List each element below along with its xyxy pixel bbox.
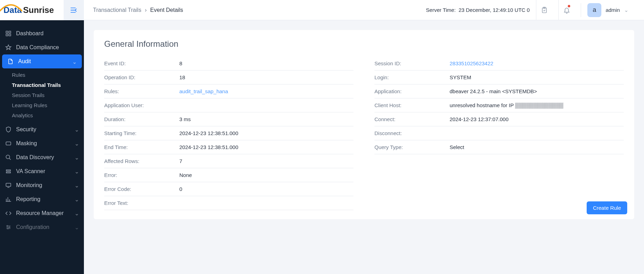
nav-label: Data Discovery (16, 154, 54, 161)
audit-submenu: Rules Transactional Trails Session Trail… (0, 68, 84, 123)
sidebar-item-configuration[interactable]: Configuration ⌄ (0, 220, 84, 234)
server-time: Server Time: 23 December, 12:49:10 UTC 0 (426, 7, 530, 13)
info-link[interactable]: 283351025623422 (450, 60, 493, 66)
info-row: Session ID:283351025623422 (374, 57, 624, 71)
nav-label: Audit (18, 58, 31, 65)
sidebar-item-masking[interactable]: Masking ⌄ (0, 136, 84, 150)
sidebar-item-monitoring[interactable]: Monitoring ⌄ (0, 178, 84, 192)
nav-label: Monitoring (16, 182, 42, 188)
svg-rect-7 (6, 172, 10, 173)
bell-icon (563, 7, 570, 14)
info-row: Affected Rows:7 (104, 154, 353, 168)
svg-rect-1 (9, 31, 11, 33)
notifications-button[interactable] (558, 0, 574, 20)
collapse-icon (70, 6, 78, 14)
server-time-label: Server Time: (426, 7, 456, 13)
nav: Dashboard Data Compliance Audit ⌃ Rules … (0, 20, 84, 234)
info-key: Application User: (104, 102, 179, 108)
info-key: Client Host: (374, 102, 450, 108)
chevron-down-icon: ⌄ (74, 210, 79, 217)
svg-rect-3 (9, 34, 11, 36)
sidebar-item-va-scanner[interactable]: VA Scanner ⌄ (0, 164, 84, 178)
document-icon (7, 58, 14, 65)
info-key: Login: (374, 74, 450, 80)
sidebar-item-audit[interactable]: Audit ⌃ (2, 54, 82, 68)
nav-label: Security (16, 126, 36, 133)
info-row: Error Text: (104, 196, 353, 210)
monitor-icon (5, 182, 12, 189)
subitem-rules[interactable]: Rules (12, 70, 84, 80)
breadcrumb-sep: › (145, 7, 146, 13)
breadcrumb-root[interactable]: Transactional Trails (93, 7, 141, 13)
info-row: Application User: (104, 98, 353, 112)
nav-label: Dashboard (16, 30, 43, 37)
subitem-learning-rules[interactable]: Learning Rules (12, 100, 84, 110)
info-key: Error: (104, 172, 179, 178)
info-key: Operation ID: (104, 74, 179, 80)
sidebar-item-security[interactable]: Security ⌄ (0, 123, 84, 136)
info-key: Starting Time: (104, 130, 179, 136)
sidebar-collapse-button[interactable] (64, 0, 84, 20)
chevron-down-icon: ⌄ (74, 154, 79, 161)
info-row: Application:dbeaver 24.2.5 - main <SYSTE… (374, 84, 624, 98)
info-key: Query Type: (374, 144, 450, 150)
info-value: SYSTEM (450, 74, 624, 80)
svg-rect-4 (6, 142, 11, 145)
info-key: Rules: (104, 88, 179, 94)
shield-icon (5, 126, 12, 133)
sunrise-arc-icon (0, 2, 23, 12)
info-row: Query Type:Select (374, 140, 624, 154)
masking-icon (5, 140, 12, 147)
logo-row: Data Sunrise (0, 0, 84, 20)
info-value: unresolved hostname for IP ▒▒▒▒▒▒▒▒▒▒▒▒▒ (450, 102, 624, 108)
info-row: Operation ID:18 (104, 71, 353, 84)
notification-dot (568, 5, 570, 7)
info-value: 18 (179, 74, 353, 80)
chevron-down-icon: ⌄ (74, 140, 79, 147)
info-key: End Time: (104, 144, 179, 150)
info-col-left: Event ID:8Operation ID:18Rules:audit_tra… (104, 57, 353, 210)
subitem-analytics[interactable]: Analytics (12, 110, 84, 120)
chevron-down-icon: ⌄ (74, 182, 79, 189)
subitem-transactional-trails[interactable]: Transactional Trails (12, 80, 84, 90)
info-key: Connect: (374, 116, 450, 122)
user-menu[interactable]: a admin ⌄ (581, 3, 635, 17)
info-value: 2024-12-23 12:37:07.000 (450, 116, 624, 122)
tasks-button[interactable] (536, 0, 552, 20)
svg-rect-6 (6, 170, 10, 171)
nav-label: Reporting (16, 196, 40, 202)
sidebar-item-reporting[interactable]: Reporting ⌄ (0, 192, 84, 206)
subitem-session-trails[interactable]: Session Trails (12, 90, 84, 100)
info-key: Session ID: (374, 60, 450, 66)
server-time-value: 23 December, 12:49:10 UTC 0 (459, 7, 530, 13)
info-row: End Time:2024-12-23 12:38:51.000 (104, 140, 353, 154)
chevron-down-icon: ⌄ (74, 126, 79, 133)
info-key: Error Text: (104, 200, 179, 206)
info-link[interactable]: audit_trail_sap_hana (179, 88, 228, 94)
info-row: Error Code:0 (104, 182, 353, 196)
info-key: Disconnect: (374, 130, 450, 136)
sidebar-item-discovery[interactable]: Data Discovery ⌄ (0, 150, 84, 164)
dashboard-icon (5, 30, 12, 37)
sidebar: Data Sunrise Dashboard Data Compliance (0, 0, 84, 274)
sidebar-item-resource-manager[interactable]: Resource Manager ⌄ (0, 206, 84, 220)
code-icon (5, 210, 12, 217)
general-info-card: General Information Event ID:8Operation … (94, 30, 634, 219)
info-row: Duration:3 ms (104, 112, 353, 126)
main: Transactional Trails › Event Details Ser… (84, 0, 644, 274)
sidebar-item-dashboard[interactable]: Dashboard (0, 27, 84, 40)
logo[interactable]: Data Sunrise (0, 5, 54, 15)
chevron-down-icon: ⌄ (74, 224, 79, 231)
chevron-down-icon: ⌄ (74, 196, 79, 203)
breadcrumb-current: Event Details (150, 7, 183, 13)
section-title: General Information (104, 39, 624, 49)
info-value: 3 ms (179, 116, 353, 122)
logo-text-2: Sunrise (23, 5, 54, 15)
chevron-down-icon: ⌄ (74, 168, 79, 175)
info-grid: Event ID:8Operation ID:18Rules:audit_tra… (104, 57, 624, 210)
sidebar-item-compliance[interactable]: Data Compliance (0, 40, 84, 54)
info-row: Connect:2024-12-23 12:37:07.000 (374, 112, 624, 126)
info-key: Affected Rows: (104, 158, 179, 164)
info-value: 0 (179, 186, 353, 192)
create-rule-button[interactable]: Create Rule (587, 201, 627, 214)
